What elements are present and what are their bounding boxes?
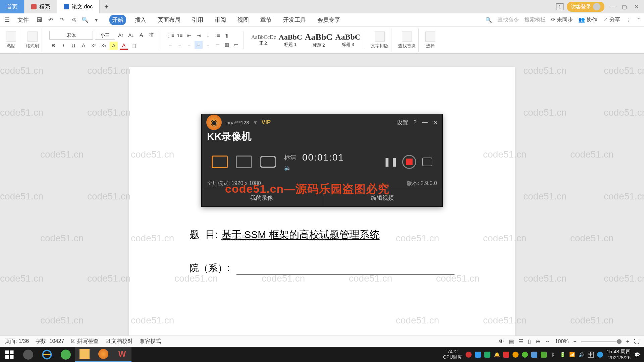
tray-icon-6[interactable] (522, 352, 528, 358)
more-icon[interactable]: ⋮ (626, 17, 631, 23)
tab-daoke[interactable]: 稻壳 (24, 0, 57, 13)
screenshot-button[interactable] (422, 158, 432, 166)
font-size-selector[interactable]: 小三 (95, 31, 115, 40)
font-name-selector[interactable]: 宋体 (49, 31, 93, 40)
clear-format-icon[interactable]: A̶ (137, 31, 145, 39)
borders-icon[interactable]: ▭ (232, 41, 240, 49)
sort-icon[interactable]: ↕ (204, 32, 212, 40)
taskbar-ie[interactable] (38, 347, 56, 362)
fit-width-icon[interactable]: ↔ (545, 339, 550, 345)
taskbar-browser[interactable] (56, 347, 75, 362)
zoom-out-button[interactable]: − (573, 339, 576, 345)
zoom-value[interactable]: 100% (555, 339, 569, 345)
start-button[interactable] (0, 347, 19, 362)
share-button[interactable]: ↗ 分享 (603, 16, 620, 23)
bullet-list-icon[interactable]: ⋮≡ (166, 32, 174, 40)
undo-icon[interactable]: ↶ (47, 16, 54, 24)
strikethrough-button[interactable]: A̶ (79, 42, 88, 50)
taskbar-app-1[interactable] (19, 347, 38, 362)
font-grow-icon[interactable]: A↑ (117, 31, 125, 39)
highlight-button[interactable]: A (110, 42, 118, 50)
line-spacing-icon[interactable]: ↕≡ (213, 32, 221, 40)
style-heading1[interactable]: AaBbC标题 1 (279, 32, 302, 49)
tray-icon-8[interactable] (541, 352, 547, 358)
tray-icon-7[interactable] (531, 352, 537, 358)
cpu-temp-widget[interactable]: 74℃ CPU温度 (443, 349, 463, 360)
tray-action-center-icon[interactable]: 💬 (634, 352, 640, 358)
tray-clock[interactable]: 15:48 周四 2021/8/26 (606, 349, 631, 361)
collab-button[interactable]: 👥 协作 (578, 16, 597, 23)
login-button[interactable]: 访客登录 (567, 2, 604, 12)
view-web-icon[interactable]: ⊕ (536, 338, 540, 345)
subscript-button[interactable]: X₂ (100, 42, 108, 50)
status-compat-mode[interactable]: 兼容模式 (140, 338, 161, 345)
print-icon[interactable]: 🖨 (70, 16, 77, 24)
indent-increase-icon[interactable]: ⇥ (195, 32, 203, 40)
align-justify-icon[interactable]: ≡ (195, 41, 203, 49)
search-template-input[interactable]: 搜索模板 (524, 16, 546, 23)
recorder-help-icon[interactable]: ? (414, 119, 417, 126)
menu-member[interactable]: 会员专享 (315, 15, 343, 25)
ime-indicator[interactable]: 中 (588, 352, 594, 358)
new-tab-button[interactable]: + (100, 2, 113, 11)
tray-icon-9[interactable] (597, 352, 603, 358)
taskbar-explorer[interactable] (75, 347, 94, 362)
game-mode-button[interactable] (260, 156, 276, 168)
status-spellcheck[interactable]: ☑ 拼写检查 (71, 338, 98, 345)
recorder-settings-button[interactable]: 设置 (397, 119, 408, 126)
tab-home[interactable]: 首页 (0, 0, 24, 13)
font-color-button[interactable]: A (120, 42, 128, 50)
italic-button[interactable]: I (59, 42, 67, 50)
tray-battery-icon[interactable]: 🔋 (559, 352, 566, 358)
style-heading2[interactable]: AaBbC标题 2 (305, 32, 332, 49)
menu-reference[interactable]: 引用 (189, 15, 206, 25)
indent-decrease-icon[interactable]: ⇤ (185, 32, 193, 40)
menu-chapter[interactable]: 章节 (258, 15, 274, 25)
status-page[interactable]: 页面: 1/36 (5, 338, 29, 345)
hamburger-icon[interactable]: ☰ (3, 16, 11, 24)
align-distribute-icon[interactable]: ≡ (204, 41, 212, 49)
tray-notification-icon[interactable]: 🔔 (494, 352, 500, 358)
menu-devtools[interactable]: 开发工具 (280, 15, 309, 25)
align-left-icon[interactable]: ≡ (166, 41, 174, 49)
tab-document[interactable]: 论文.doc (57, 0, 100, 13)
shading-icon[interactable]: ▦ (223, 41, 231, 49)
style-heading3[interactable]: AaBbC标题 3 (335, 32, 361, 49)
status-word-count[interactable]: 字数: 10427 (36, 338, 64, 345)
redo-icon[interactable]: ↷ (58, 16, 66, 24)
maximize-button[interactable]: ▢ (620, 2, 629, 11)
close-button[interactable]: ✕ (632, 2, 641, 11)
phonetic-icon[interactable]: 拼 (147, 31, 155, 39)
text-layout-group[interactable]: 文字排版 (368, 28, 391, 52)
menu-layout[interactable]: 页面布局 (155, 15, 183, 25)
collapse-ribbon-icon[interactable]: ⌃ (636, 17, 641, 23)
stop-button[interactable] (402, 155, 416, 169)
menu-view[interactable]: 视图 (235, 15, 252, 25)
superscript-button[interactable]: X² (90, 42, 98, 50)
style-normal[interactable]: AaBbCcDc正文 (251, 32, 276, 49)
align-right-icon[interactable]: ≡ (185, 41, 193, 49)
menu-file[interactable]: 文件 (15, 15, 32, 25)
sync-status[interactable]: ⟳ 未同步 (551, 16, 573, 23)
recorder-quality[interactable]: 标清 (284, 154, 296, 162)
tray-icon-1[interactable] (466, 352, 472, 358)
tray-icon-2[interactable] (475, 352, 481, 358)
screen-recorder-window[interactable]: ◉ hua***123 ▾ VIP 设置 ? — ✕ KK录像机 标清 00:0… (201, 114, 443, 207)
font-shrink-icon[interactable]: A↓ (127, 31, 135, 39)
pause-button[interactable]: ❚❚ (385, 157, 396, 167)
minimize-button[interactable]: — (608, 2, 616, 11)
dropdown-icon[interactable]: ▾ (93, 16, 100, 24)
zoom-in-button[interactable]: + (626, 339, 629, 345)
taskbar-wps[interactable]: W (113, 347, 131, 362)
underline-button[interactable]: U (69, 42, 77, 50)
tray-bluetooth-icon[interactable]: ᛒ (550, 352, 556, 358)
bold-button[interactable]: B (49, 42, 57, 50)
numbered-list-icon[interactable]: 1≡ (176, 32, 184, 40)
tray-icon-3[interactable] (484, 352, 490, 358)
save-icon[interactable]: 🖫 (36, 16, 43, 24)
document-page[interactable]: 题 目: 基于 SSM 框架的高校试题管理系统 院（系）: (129, 67, 515, 349)
print-preview-icon[interactable]: 🔍 (81, 16, 89, 24)
menu-insert[interactable]: 插入 (132, 15, 149, 25)
zoom-slider[interactable] (581, 341, 622, 342)
menu-start[interactable]: 开始 (109, 15, 126, 25)
